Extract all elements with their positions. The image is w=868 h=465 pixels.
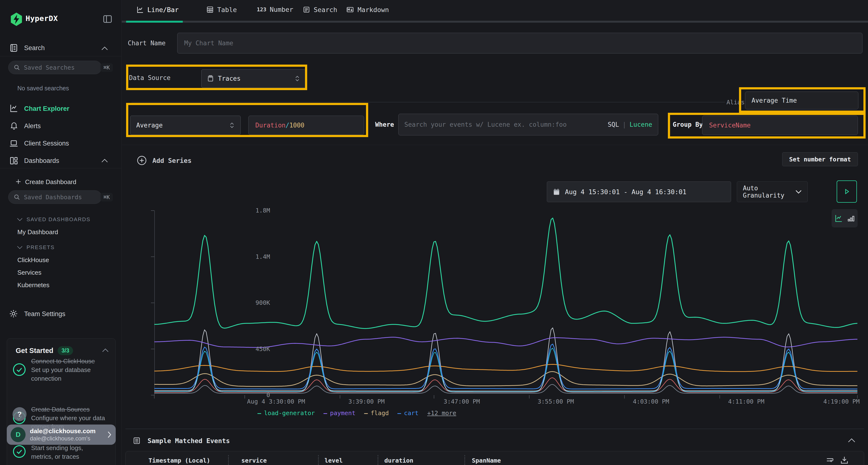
- get-started-item-title: Connect to ClickHouse: [31, 357, 108, 365]
- tab-table[interactable]: Table: [206, 6, 237, 13]
- legend-item[interactable]: —cart: [398, 409, 418, 417]
- laptop-icon: [9, 139, 18, 148]
- add-series-button[interactable]: Add Series: [136, 155, 192, 166]
- where-input[interactable]: SQL | Lucene: [398, 114, 658, 135]
- sidebar-item-client-sessions[interactable]: Client Sessions: [24, 140, 69, 147]
- check-circle-icon: [12, 444, 26, 459]
- column-header-timestamp[interactable]: Timestamp (Local): [149, 457, 210, 464]
- hyperdx-logo-icon: [10, 12, 23, 27]
- run-query-button[interactable]: [837, 180, 857, 203]
- sidebar-item-kubernetes[interactable]: Kubernetes: [18, 281, 50, 289]
- user-subtext: dale@clickhouse.com's: [30, 435, 106, 442]
- create-dashboard-button[interactable]: Create Dashboard: [25, 178, 76, 186]
- y-tick-label: 1.4M: [246, 253, 270, 260]
- presets-caption[interactable]: PRESETS: [17, 244, 55, 251]
- user-email: dale@clickhouse.com: [30, 427, 106, 435]
- saved-dashboards-field[interactable]: [24, 194, 100, 201]
- legend-item[interactable]: —payment: [323, 409, 355, 417]
- no-saved-searches-text: No saved searches: [18, 85, 69, 92]
- data-source-label: Data Source: [129, 74, 170, 81]
- tab-line-bar[interactable]: Line/Bar: [136, 6, 179, 13]
- sidebar-item-clickhouse[interactable]: ClickHouse: [18, 256, 49, 264]
- legend-swatch: —: [257, 409, 261, 417]
- column-separator[interactable]: [464, 455, 465, 465]
- chart-series-unnamed: [154, 328, 858, 391]
- search-section-icon: [9, 43, 18, 53]
- y-tick-label: 900K: [246, 299, 270, 306]
- help-button[interactable]: ?: [12, 407, 27, 421]
- chevron-up-icon[interactable]: [101, 159, 108, 163]
- alias-input[interactable]: Average Time: [745, 92, 858, 109]
- expression-input[interactable]: Duration/1000: [248, 115, 364, 135]
- sidebar-item-alerts[interactable]: Alerts: [24, 122, 41, 130]
- tab-markdown[interactable]: Markdown: [346, 6, 389, 13]
- y-tick-label: 0: [246, 392, 270, 399]
- legend-more-link[interactable]: +12 more: [427, 409, 456, 417]
- legend-item[interactable]: —flagd: [364, 409, 389, 417]
- gear-icon: [9, 309, 18, 319]
- search-icon: [13, 194, 21, 201]
- chevron-up-icon[interactable]: [102, 348, 109, 353]
- legend-item[interactable]: —load-generator: [257, 409, 315, 417]
- sidebar-item-dashboards[interactable]: Dashboards: [24, 157, 59, 165]
- divider: [0, 168, 122, 168]
- chevron-down-icon: [17, 218, 23, 222]
- column-header-service[interactable]: service: [241, 457, 267, 464]
- sample-events-header: Sample Matched Events: [133, 437, 230, 445]
- list-icon: [133, 437, 141, 445]
- check-circle-icon: [12, 363, 26, 376]
- granularity-select[interactable]: Auto Granularity: [737, 181, 808, 202]
- avatar: D: [10, 427, 26, 442]
- tab-search[interactable]: Search: [303, 6, 337, 13]
- chart-series-flagd: [154, 371, 858, 387]
- chevron-up-icon[interactable]: [848, 438, 856, 443]
- sidebar-collapse-icon[interactable]: [102, 14, 113, 24]
- saved-dashboards-caption[interactable]: SAVED DASHBOARDS: [17, 217, 90, 223]
- data-source-select[interactable]: Traces: [201, 69, 306, 88]
- group-by-input[interactable]: ServiceName: [702, 115, 858, 135]
- chevron-down-icon: [17, 245, 23, 250]
- sidebar-item-search[interactable]: Search: [24, 44, 45, 52]
- wrap-text-icon[interactable]: [825, 456, 835, 465]
- shortcut-badge: ⌘K: [100, 193, 113, 201]
- play-icon: [843, 188, 850, 195]
- legend-swatch: —: [364, 409, 368, 417]
- get-started-item-subtitle: metrics, or traces: [31, 452, 111, 461]
- aggregation-select[interactable]: Average: [130, 115, 241, 135]
- where-field[interactable]: [404, 121, 603, 128]
- column-header-level[interactable]: level: [324, 457, 343, 464]
- column-separator[interactable]: [378, 455, 378, 465]
- markdown-icon: [346, 6, 354, 13]
- divider: [131, 102, 725, 102]
- bell-icon: [10, 121, 18, 130]
- tab-number[interactable]: 123 Number: [257, 6, 293, 13]
- sidebar-item-my-dashboard[interactable]: My Dashboard: [18, 228, 58, 236]
- download-icon[interactable]: [840, 456, 849, 465]
- column-separator[interactable]: [318, 455, 319, 465]
- search-icon: [13, 64, 21, 71]
- column-header-spanname[interactable]: SpanName: [472, 457, 501, 464]
- table-icon: [206, 6, 214, 13]
- lucene-toggle[interactable]: Lucene: [629, 121, 652, 128]
- saved-dashboards-input[interactable]: ⌘K: [8, 190, 102, 204]
- chart-name-label: Chart Name: [128, 39, 166, 47]
- column-separator[interactable]: [228, 455, 229, 465]
- get-started-title: Get Started: [16, 347, 53, 355]
- brand-title: HyperDX: [26, 14, 58, 23]
- time-range-picker[interactable]: Aug 4 15:30:01 - Aug 4 16:30:01: [547, 181, 731, 202]
- user-menu[interactable]: D dale@clickhouse.com dale@clickhouse.co…: [7, 425, 116, 445]
- sidebar-item-services[interactable]: Services: [18, 269, 41, 276]
- sidebar-item-chart-explorer[interactable]: Chart Explorer: [24, 105, 69, 112]
- chevron-up-icon[interactable]: [101, 46, 108, 51]
- column-header-duration[interactable]: duration: [384, 457, 413, 464]
- saved-searches-field[interactable]: [24, 64, 100, 71]
- select-chevrons-icon: [229, 122, 235, 129]
- chart-name-input[interactable]: [177, 33, 863, 54]
- chart-line-icon: [9, 104, 18, 113]
- saved-searches-input[interactable]: ⌘K: [8, 61, 102, 74]
- chart-name-field[interactable]: [184, 39, 856, 47]
- sidebar-item-team-settings[interactable]: Team Settings: [24, 310, 65, 318]
- sql-toggle[interactable]: SQL: [608, 121, 619, 128]
- set-number-format-button[interactable]: Set number format: [782, 152, 858, 166]
- get-started-card: Get Started 3/3 Connect to ClickHouse Se…: [7, 338, 116, 465]
